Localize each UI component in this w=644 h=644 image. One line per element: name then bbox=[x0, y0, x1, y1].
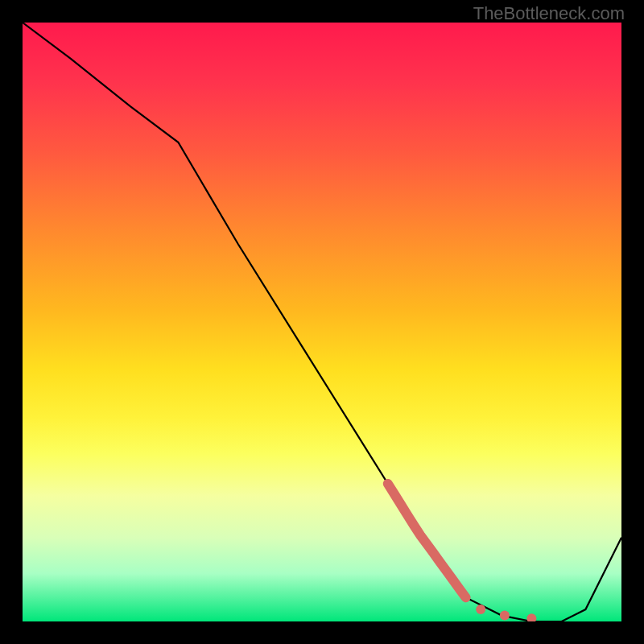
bottleneck-curve bbox=[23, 23, 621, 621]
highlight-dot bbox=[476, 605, 485, 614]
highlight-dot bbox=[500, 611, 510, 621]
watermark-text: TheBottleneck.com bbox=[473, 3, 625, 24]
plot-area bbox=[23, 23, 621, 621]
highlight-segment bbox=[388, 484, 466, 597]
highlight-dot bbox=[526, 613, 536, 621]
chart-svg bbox=[23, 23, 621, 621]
